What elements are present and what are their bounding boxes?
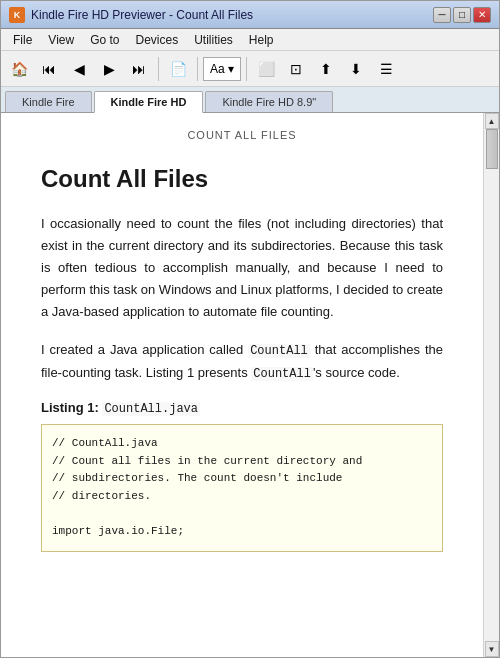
open-button[interactable]: 📄	[164, 55, 192, 83]
menu-devices[interactable]: Devices	[128, 31, 187, 49]
code-inline-1: CountAll	[248, 344, 310, 358]
minimize-button[interactable]: ─	[433, 7, 451, 23]
menu-view[interactable]: View	[40, 31, 82, 49]
app-icon: K	[9, 7, 25, 23]
menu-goto[interactable]: Go to	[82, 31, 127, 49]
font-size-button[interactable]: Aa ▾	[203, 57, 241, 81]
menu-utilities[interactable]: Utilities	[186, 31, 241, 49]
window-controls: ─ □ ✕	[433, 7, 491, 23]
tab-kindle-fire[interactable]: Kindle Fire	[5, 91, 92, 112]
skip-forward-button[interactable]: ⏭	[125, 55, 153, 83]
menu-bar: File View Go to Devices Utilities Help	[1, 29, 499, 51]
scrollbar: ▲ ▼	[483, 113, 499, 657]
close-button[interactable]: ✕	[473, 7, 491, 23]
toolbar-separator-3	[246, 57, 247, 81]
toolbar: 🏠 ⏮ ◀ ▶ ⏭ 📄 Aa ▾ ⬜ ⊡ ⬆ ⬇ ☰	[1, 51, 499, 87]
app-window: K Kindle Fire HD Previewer - Count All F…	[0, 0, 500, 658]
next-button[interactable]: ▶	[95, 55, 123, 83]
listing-label-bold: Listing 1:	[41, 400, 99, 415]
paragraph-1: I occasionally need to count the files (…	[41, 213, 443, 323]
tab-kindle-fire-hd-89[interactable]: Kindle Fire HD 8.9"	[205, 91, 333, 112]
content-wrapper: COUNT ALL FILES Count All Files I occasi…	[1, 113, 499, 657]
window-title: Kindle Fire HD Previewer - Count All Fil…	[31, 8, 433, 22]
scroll-down-page-button[interactable]: ⬇	[342, 55, 370, 83]
scroll-thumb[interactable]	[486, 129, 498, 169]
title-bar: K Kindle Fire HD Previewer - Count All F…	[1, 1, 499, 29]
toolbar-separator-1	[158, 57, 159, 81]
code-inline-2: CountAll	[251, 367, 313, 381]
listing-label: Listing 1: CountAll.java	[41, 400, 443, 416]
skip-back-button[interactable]: ⏮	[35, 55, 63, 83]
scroll-up-page-button[interactable]: ⬆	[312, 55, 340, 83]
code-block: // CountAll.java // Count all files in t…	[41, 424, 443, 552]
scroll-track[interactable]	[485, 129, 499, 641]
paragraph-2: I created a Java application called Coun…	[41, 339, 443, 384]
menu-button[interactable]: ☰	[372, 55, 400, 83]
listing-filename: CountAll.java	[102, 402, 200, 416]
prev-button[interactable]: ◀	[65, 55, 93, 83]
menu-help[interactable]: Help	[241, 31, 282, 49]
home-button[interactable]: 🏠	[5, 55, 33, 83]
toolbar-separator-2	[197, 57, 198, 81]
content-area: COUNT ALL FILES Count All Files I occasi…	[1, 113, 483, 657]
device-tabs: Kindle Fire Kindle Fire HD Kindle Fire H…	[1, 87, 499, 113]
tab-kindle-fire-hd[interactable]: Kindle Fire HD	[94, 91, 204, 113]
view-mode-button-1[interactable]: ⬜	[252, 55, 280, 83]
maximize-button[interactable]: □	[453, 7, 471, 23]
menu-file[interactable]: File	[5, 31, 40, 49]
book-title: Count All Files	[41, 165, 443, 193]
page-header: COUNT ALL FILES	[41, 123, 443, 145]
scroll-down-arrow[interactable]: ▼	[485, 641, 499, 657]
view-mode-button-2[interactable]: ⊡	[282, 55, 310, 83]
scroll-up-arrow[interactable]: ▲	[485, 113, 499, 129]
